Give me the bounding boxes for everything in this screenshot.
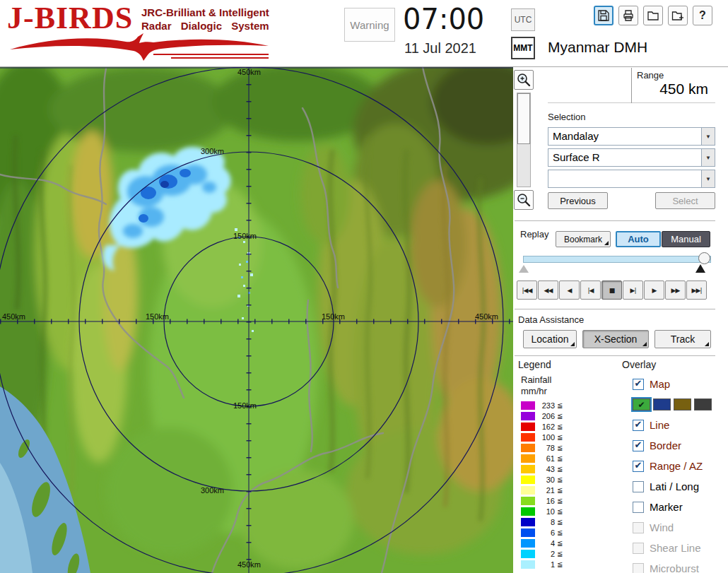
checkbox-marker[interactable] (633, 502, 644, 513)
save-button[interactable] (594, 6, 613, 25)
range-value: 450 km (608, 81, 708, 98)
timeline-position-marker (695, 264, 705, 273)
magnifier-minus-icon (516, 192, 532, 208)
lte-symbol: ≦ (557, 475, 563, 483)
stop-button[interactable]: ■ (601, 280, 622, 300)
legend-entry: 100≦ (521, 432, 588, 442)
help-button[interactable]: ? (693, 6, 712, 25)
replay-timeline-handle[interactable] (698, 252, 710, 264)
print-button[interactable] (618, 6, 638, 25)
track-button[interactable]: Track (654, 330, 711, 348)
folder-plus-icon (671, 8, 685, 23)
lte-symbol: ≦ (557, 465, 563, 473)
overlay-label-border: Border (650, 439, 681, 451)
legend-entry: 30≦ (521, 474, 588, 485)
legend-value: 30 (535, 475, 555, 484)
legend-value: 162 (535, 423, 555, 431)
map-style-swatch-1[interactable]: ✔ (633, 398, 650, 410)
step-back-button[interactable]: |◀ (580, 280, 601, 300)
checkbox-shear-line[interactable] (633, 543, 644, 554)
legend-value: 4 (535, 539, 555, 548)
lte-symbol: ≦ (557, 444, 563, 451)
warning-button[interactable]: Warning (344, 8, 395, 42)
checkbox-map[interactable]: ✔ (633, 379, 644, 390)
skip-to-start-button[interactable]: |◀◀ (517, 280, 537, 300)
chevron-down-icon[interactable]: ▼ (701, 128, 715, 145)
radar-map[interactable]: 450km300km150km150km300km450km450km150km… (0, 67, 513, 573)
timezone-utc-button[interactable]: UTC (511, 8, 535, 31)
replay-label: Replay (520, 229, 548, 240)
zoom-slider-thumb[interactable] (517, 93, 530, 144)
zoom-slider-track[interactable] (517, 93, 531, 187)
divider (515, 355, 715, 357)
timeline-start-marker (519, 265, 529, 273)
map-style-swatch-3[interactable] (674, 398, 691, 410)
legend-color-swatch (521, 412, 535, 420)
map-range-label: 300km (201, 486, 224, 495)
map-style-swatch-2[interactable] (653, 398, 671, 410)
checkbox-microburst[interactable] (633, 563, 644, 573)
legend-color-swatch (521, 401, 535, 410)
checkbox-lati-long[interactable] (633, 481, 644, 492)
clock-time: 07:00 (403, 3, 484, 35)
map-style-swatch-4[interactable] (694, 398, 712, 410)
play-button[interactable]: ▶ (644, 280, 664, 300)
fast-forward-button[interactable]: ▶▶ (665, 280, 686, 300)
lte-symbol: ≦ (557, 423, 563, 430)
overlay-label-lati-long: Lati / Long (650, 480, 699, 492)
chevron-down-icon[interactable]: ▼ (701, 149, 715, 166)
lte-symbol: ≦ (557, 507, 563, 515)
checkbox-range-az[interactable]: ✔ (633, 461, 644, 472)
checkbox-border[interactable]: ✔ (633, 440, 644, 451)
overlay-label-marker: Marker (650, 501, 683, 513)
open-folder-button[interactable] (643, 6, 663, 25)
divider (515, 309, 715, 310)
legend-entry: 10≦ (521, 506, 588, 516)
previous-button[interactable]: Previous (548, 192, 608, 209)
location-button[interactable]: Location (523, 330, 577, 348)
legend-value: 21 (535, 486, 555, 495)
legend-value: 6 (535, 528, 555, 537)
overlay-row-map: ✔Map (633, 374, 727, 394)
legend-entry: 206≦ (521, 410, 588, 421)
auto-mode-button[interactable]: Auto (616, 231, 661, 247)
export-button[interactable] (668, 6, 688, 25)
fast-rewind-button[interactable]: ◀◀ (538, 280, 558, 300)
legend-color-swatch (521, 433, 535, 442)
legend-color-swatch (521, 497, 535, 505)
map-style-swatches: ✔ (633, 394, 727, 415)
bookmark-button[interactable]: Bookmark (556, 231, 611, 247)
radar-map-area[interactable]: 450km300km150km150km300km450km450km150km… (0, 67, 513, 573)
skip-to-end-button[interactable]: ▶▶| (686, 280, 707, 300)
manual-mode-button[interactable]: Manual (662, 231, 710, 247)
replay-timeline-track[interactable] (523, 256, 711, 263)
legend-color-swatch (521, 444, 535, 452)
legend-value: 78 (535, 444, 555, 452)
logo-subtitle-line2: Radar Dialogic System (141, 19, 269, 33)
zoom-out-button[interactable] (514, 190, 534, 210)
legend-entry: 43≦ (521, 463, 588, 474)
checkbox-line[interactable]: ✔ (633, 420, 644, 431)
app-logo-subtitle: JRC-Brilliant & Intelligent Radar Dialog… (141, 6, 269, 33)
site-dropdown[interactable]: Mandalay ▼ (548, 127, 715, 146)
help-icon: ? (699, 9, 706, 22)
zoom-in-button[interactable] (514, 70, 534, 90)
legend-entry: 16≦ (521, 495, 588, 506)
x-section-button[interactable]: X-Section (582, 330, 649, 348)
product-dropdown[interactable]: Surface R ▼ (548, 148, 715, 167)
lte-symbol: ≦ (557, 560, 563, 568)
overlay-row-marker: Marker (633, 497, 727, 517)
checkbox-wind[interactable] (633, 522, 644, 533)
timezone-mmt-button[interactable]: MMT (511, 37, 535, 59)
reverse-play-button[interactable]: ◀ (559, 280, 580, 300)
step-forward-button[interactable]: ▶| (623, 280, 643, 300)
option-dropdown[interactable]: ▼ (548, 170, 715, 188)
legend-entry: 4≦ (521, 538, 588, 548)
app-logo-title: J-BIRDS (7, 0, 133, 36)
overlay-row-shear-line: Shear Line (633, 538, 727, 558)
select-button[interactable]: Select (655, 192, 715, 209)
legend-entry: 61≦ (521, 453, 588, 463)
chevron-down-icon[interactable]: ▼ (701, 170, 715, 187)
save-icon (597, 8, 611, 23)
check-icon: ✔ (635, 420, 642, 429)
